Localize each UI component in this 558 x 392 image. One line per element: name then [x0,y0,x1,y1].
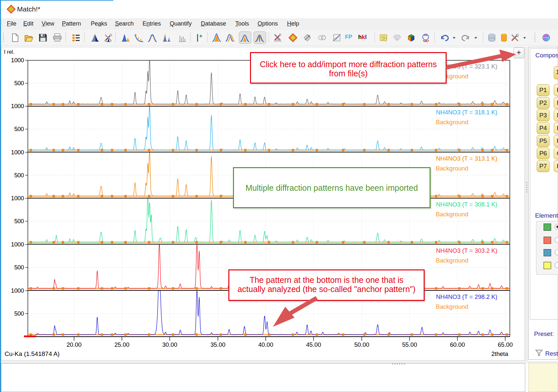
svg-text:NH4NO3 (T = 308.1 K): NH4NO3 (T = 308.1 K) [436,201,497,208]
svg-text:500: 500 [14,264,24,271]
svg-text:Background: Background [436,165,468,172]
svg-text:Cu-Ka (1.541874 A): Cu-Ka (1.541874 A) [5,350,60,357]
svg-text:40.00: 40.00 [258,341,273,348]
svg-text:500: 500 [14,172,24,179]
svg-text:NH4NO3 (T = 318.1 K): NH4NO3 (T = 318.1 K) [436,109,497,116]
svg-text:60.00: 60.00 [450,341,465,348]
svg-text:NH4NO3 (T = 303.2 K): NH4NO3 (T = 303.2 K) [436,247,497,254]
svg-text:30.00: 30.00 [162,341,177,348]
svg-text:1000: 1000 [11,287,24,294]
svg-text:500: 500 [14,126,24,132]
svg-text:1000: 1000 [11,103,24,109]
svg-text:1000: 1000 [11,57,24,64]
svg-text:Background: Background [436,303,468,310]
svg-text:45.00: 45.00 [306,341,321,348]
svg-text:500: 500 [14,80,24,87]
svg-text:NH4NO3 (T = 313.1 K): NH4NO3 (T = 313.1 K) [436,155,497,162]
svg-text:50.00: 50.00 [354,341,369,348]
svg-text:25.00: 25.00 [114,341,129,348]
svg-text:35.00: 35.00 [210,341,225,348]
svg-text:I rel.: I rel. [4,49,14,55]
svg-text:55.00: 55.00 [402,341,417,348]
svg-text:65.00: 65.00 [498,341,513,348]
svg-text:Background: Background [436,257,468,264]
svg-text:1000: 1000 [11,149,24,156]
svg-text:Background: Background [436,119,468,126]
svg-text:NH4NO3 (T = 298.2 K): NH4NO3 (T = 298.2 K) [436,293,497,300]
svg-text:1000: 1000 [11,195,24,202]
svg-text:500: 500 [14,310,24,317]
svg-text:500: 500 [14,218,24,225]
svg-text:1000: 1000 [11,241,24,248]
svg-text:2theta: 2theta [491,350,509,357]
svg-text:Background: Background [436,211,468,218]
svg-text:20.00: 20.00 [67,341,82,348]
